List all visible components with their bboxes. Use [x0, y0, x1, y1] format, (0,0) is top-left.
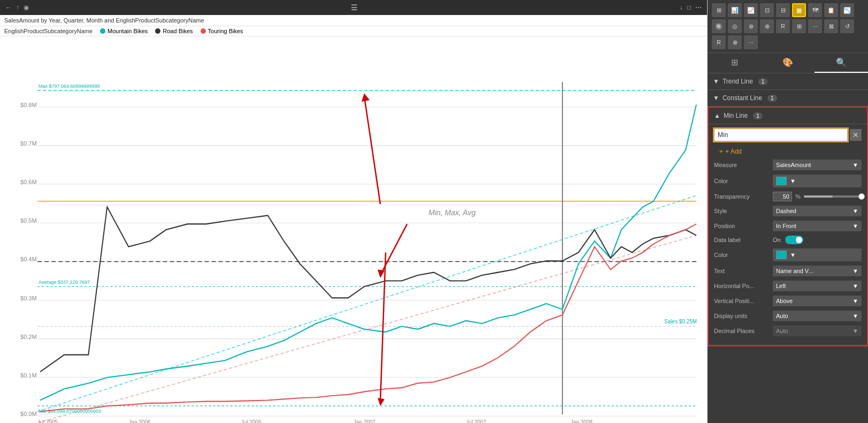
icon-btn-7[interactable]: 📋 [824, 3, 838, 17]
min-line-header[interactable]: ▲ Min Line 1 [709, 108, 867, 124]
svg-marker-35 [378, 269, 385, 278]
horizontal-pos-value: Left [776, 283, 786, 289]
icon-btn-13[interactable]: R [776, 19, 790, 33]
legend-dot-road [155, 28, 160, 34]
position-dropdown[interactable]: In Front ▼ [773, 221, 862, 231]
svg-text:Jan 2007: Jan 2007 [354, 419, 375, 423]
icon-btn-6[interactable]: 🗺 [808, 3, 822, 17]
trend-line-badge: 1 [758, 78, 768, 85]
display-units-chevron-icon: ▼ [852, 313, 858, 319]
svg-text:$0.6M: $0.6M [20, 179, 37, 185]
add-button[interactable]: + + Add [714, 146, 862, 157]
svg-text:Sales $0.25M: Sales $0.25M [664, 319, 697, 324]
icon-btn-table[interactable]: ▦ [792, 3, 806, 17]
up-icon[interactable]: ↑ [16, 4, 19, 11]
icon-btn-8[interactable]: 📉 [840, 3, 854, 17]
constant-line-header[interactable]: ▼ Constant Line 1 [708, 90, 868, 107]
vertical-pos-row: Vertical Positi... Above ▼ [714, 296, 862, 306]
display-units-value: Auto [776, 313, 788, 319]
icon-btn-10[interactable]: ◎ [728, 19, 742, 33]
transparency-slider[interactable] [804, 195, 862, 198]
style-dropdown[interactable]: Dashed ▼ [773, 206, 862, 216]
decimal-places-label: Decimal Places [714, 328, 773, 334]
vertical-pos-label: Vertical Positi... [714, 298, 773, 304]
icon-btn-1[interactable]: ⊞ [712, 3, 726, 17]
color-row-2: Color ▼ [714, 248, 862, 261]
color-chevron-icon-1: ▼ [790, 178, 796, 184]
vertical-pos-dropdown[interactable]: Above ▼ [773, 296, 862, 306]
color-picker-1[interactable]: ▼ [773, 175, 862, 187]
svg-text:Max $797,064.60999999999: Max $797,064.60999999999 [39, 83, 99, 88]
style-label: Style [714, 208, 773, 214]
color-picker-2[interactable]: ▼ [773, 248, 862, 261]
back-icon[interactable]: ← [5, 4, 12, 11]
svg-text:Jul 2006: Jul 2006 [241, 419, 262, 423]
toggle-knob [796, 237, 802, 243]
panel-content: ▼ Trend Line 1 ▼ Constant Line 1 ▲ Min L… [708, 73, 868, 346]
icon-btn-5[interactable]: ⊟ [776, 3, 790, 17]
svg-marker-37 [378, 398, 385, 406]
svg-text:Jan 2006: Jan 2006 [128, 419, 150, 423]
decimal-chevron-icon: ▼ [852, 328, 858, 334]
measure-dropdown[interactable]: SalesAmount ▼ [773, 160, 862, 170]
legend-dot-mountain [100, 28, 105, 34]
position-row: Position In Front ▼ [714, 221, 862, 231]
icon-btn-19[interactable]: ⊗ [728, 35, 742, 49]
transparency-input[interactable] [773, 192, 792, 201]
svg-text:$0.0M: $0.0M [20, 411, 37, 417]
icon-btn-15[interactable]: ··· [808, 19, 822, 33]
svg-line-34 [380, 224, 407, 275]
download-icon[interactable]: ↓ [680, 4, 683, 11]
svg-text:$0.8M: $0.8M [20, 101, 37, 108]
min-value-input[interactable] [714, 129, 848, 141]
constant-chevron: ▼ [713, 94, 719, 102]
icon-btn-17[interactable]: ↺ [840, 19, 854, 33]
decimal-places-row: Decimal Places Auto ▼ [714, 326, 862, 336]
icon-btn-16[interactable]: ⊠ [824, 19, 838, 33]
text-dropdown[interactable]: Name and V... ▼ [773, 266, 862, 276]
svg-line-28 [37, 195, 696, 411]
min-line-badge: 1 [753, 112, 763, 119]
chart-svg: $0.0M $0.1M $0.2M $0.3M $0.4M $0.5M $0.6… [0, 36, 707, 423]
icon-btn-14[interactable]: ⊞ [792, 19, 806, 33]
panel-tabs: ⊞ 🎨 🔍 [708, 53, 868, 73]
hamburger-icon[interactable]: ☰ [351, 3, 358, 12]
color-row-1: Color ▼ [714, 175, 862, 187]
tab-analytics[interactable]: 🔍 [815, 53, 868, 73]
min-close-button[interactable]: ✕ [850, 129, 862, 141]
circle-icon[interactable]: ◉ [24, 4, 29, 11]
text-chevron-icon: ▼ [852, 268, 858, 274]
more-icon[interactable]: ⋯ [695, 4, 702, 11]
tab-fields[interactable]: ⊞ [708, 53, 761, 73]
text-row: Text Name and V... ▼ [714, 266, 862, 276]
icon-btn-4[interactable]: ⊡ [760, 3, 774, 17]
color-swatch-1 [776, 177, 787, 185]
data-label-on-text: On [773, 237, 781, 243]
icon-btn-18[interactable]: R [712, 35, 726, 49]
chart-title: SalesAmount by Year, Quarter, Month and … [0, 15, 707, 26]
icon-btn-9[interactable]: 🔘 [712, 19, 726, 33]
display-units-dropdown[interactable]: Auto ▼ [773, 311, 862, 321]
top-bar: ← ↑ ◉ ☰ ↓ □ ⋯ [0, 0, 707, 15]
icon-btn-3[interactable]: 📈 [744, 3, 758, 17]
vertical-chevron-icon: ▼ [852, 298, 858, 304]
icon-btn-12[interactable]: ⊕ [760, 19, 774, 33]
data-label-toggle[interactable] [785, 236, 803, 244]
decimal-places-dropdown[interactable]: Auto ▼ [773, 326, 862, 336]
trend-line-header[interactable]: ▼ Trend Line 1 [708, 73, 868, 90]
horizontal-pos-label: Horizontal Po... [714, 283, 773, 289]
measure-row: Measure SalesAmount ▼ [714, 160, 862, 170]
fullscreen-icon[interactable]: □ [687, 4, 691, 11]
tab-format[interactable]: 🎨 [761, 53, 815, 73]
icon-btn-20[interactable]: ··· [744, 35, 758, 49]
icon-btn-2[interactable]: 📊 [728, 3, 742, 17]
position-value: In Front [776, 223, 796, 229]
horizontal-pos-dropdown[interactable]: Left ▼ [773, 281, 862, 291]
position-label: Position [714, 223, 773, 229]
trend-line-label: Trend Line [723, 78, 753, 85]
transparency-row: Transparency % [714, 192, 862, 201]
svg-text:$0.2M: $0.2M [20, 334, 37, 340]
legend-dot-touring [201, 28, 206, 34]
icon-btn-11[interactable]: ⊛ [744, 19, 758, 33]
measure-value: SalesAmount [776, 162, 811, 168]
